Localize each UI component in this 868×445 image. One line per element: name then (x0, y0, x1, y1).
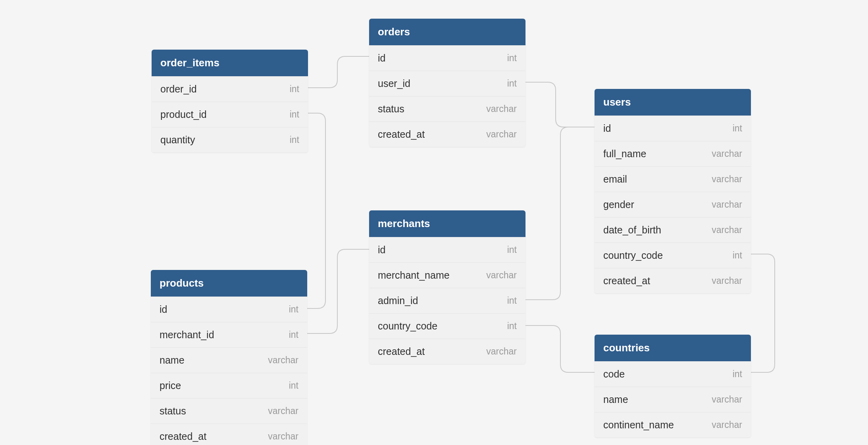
table-products[interactable]: products id int merchant_id int name var… (151, 270, 307, 445)
table-orders[interactable]: orders id int user_id int status varchar… (369, 19, 525, 147)
column-type: varchar (268, 406, 298, 416)
column-name: id (603, 123, 611, 134)
column-name: name (160, 354, 185, 366)
column-name: continent_name (603, 419, 674, 431)
column-row[interactable]: merchant_name varchar (369, 262, 525, 288)
column-name: id (160, 304, 167, 315)
column-row[interactable]: status varchar (369, 96, 525, 121)
column-type: int (507, 78, 517, 89)
column-row[interactable]: user_id int (369, 71, 525, 96)
column-name: quantity (160, 134, 195, 146)
column-row[interactable]: price int (151, 373, 307, 398)
column-row[interactable]: admin_id int (369, 288, 525, 313)
table-header[interactable]: products (151, 270, 307, 297)
column-row[interactable]: id int (595, 116, 751, 141)
column-name: created_at (378, 129, 425, 140)
column-name: id (378, 244, 385, 256)
column-name: gender (603, 199, 634, 210)
column-name: email (603, 173, 627, 185)
column-type: varchar (712, 420, 742, 430)
column-name: user_id (378, 78, 410, 89)
column-name: price (160, 380, 181, 391)
column-type: varchar (486, 104, 517, 114)
column-row[interactable]: full_name varchar (595, 141, 751, 166)
column-row[interactable]: status varchar (151, 398, 307, 424)
table-header[interactable]: countries (595, 335, 751, 361)
column-row[interactable]: id int (369, 237, 525, 262)
column-type: varchar (268, 431, 298, 442)
column-name: created_at (160, 431, 206, 442)
column-type: int (507, 245, 517, 255)
column-row[interactable]: order_id int (152, 76, 308, 102)
column-type: varchar (712, 174, 742, 185)
column-name: country_code (378, 320, 437, 332)
column-row[interactable]: id int (369, 45, 525, 71)
table-merchants[interactable]: merchants id int merchant_name varchar a… (369, 210, 525, 364)
column-row[interactable]: date_of_birth varchar (595, 217, 751, 243)
column-name: date_of_birth (603, 224, 661, 236)
column-type: int (289, 329, 298, 340)
column-name: status (378, 103, 404, 115)
column-type: int (289, 304, 298, 315)
table-header[interactable]: merchants (369, 210, 525, 237)
column-type: int (507, 295, 517, 306)
column-row[interactable]: created_at varchar (595, 268, 751, 293)
column-name: code (603, 368, 625, 380)
column-name: id (378, 52, 385, 64)
column-row[interactable]: created_at varchar (369, 339, 525, 364)
column-name: admin_id (378, 295, 418, 306)
column-type: varchar (486, 346, 517, 357)
column-type: int (507, 53, 517, 64)
column-row[interactable]: continent_name varchar (595, 412, 751, 437)
column-type: int (290, 135, 299, 145)
column-name: country_code (603, 250, 663, 261)
column-row[interactable]: email varchar (595, 166, 751, 192)
column-name: name (603, 394, 628, 405)
column-name: created_at (378, 346, 425, 357)
column-row[interactable]: gender varchar (595, 192, 751, 217)
erd-canvas[interactable]: order_items order_id int product_id int … (0, 0, 868, 445)
column-name: order_id (160, 83, 197, 95)
table-users[interactable]: users id int full_name varchar email var… (595, 89, 751, 293)
column-row[interactable]: country_code int (595, 243, 751, 268)
table-header[interactable]: order_items (152, 50, 308, 76)
column-type: int (289, 380, 298, 391)
table-header[interactable]: orders (369, 19, 525, 45)
column-type: int (507, 321, 517, 331)
table-countries[interactable]: countries code int name varchar continen… (595, 335, 751, 437)
column-type: varchar (268, 355, 298, 366)
column-type: varchar (712, 148, 742, 159)
column-row[interactable]: id int (151, 297, 307, 322)
table-order-items[interactable]: order_items order_id int product_id int … (152, 50, 308, 152)
column-type: varchar (712, 394, 742, 405)
column-type: int (290, 109, 299, 120)
column-name: merchant_name (378, 270, 450, 281)
column-type: varchar (712, 225, 742, 235)
column-type: int (733, 123, 742, 134)
column-type: int (290, 84, 299, 94)
column-row[interactable]: product_id int (152, 102, 308, 127)
column-row[interactable]: created_at varchar (151, 424, 307, 445)
column-name: merchant_id (160, 329, 214, 341)
column-name: status (160, 405, 186, 417)
column-row[interactable]: name varchar (595, 387, 751, 412)
column-row[interactable]: country_code int (369, 313, 525, 339)
column-type: int (733, 250, 742, 261)
column-type: varchar (486, 270, 517, 281)
column-row[interactable]: code int (595, 361, 751, 387)
column-name: created_at (603, 275, 650, 287)
column-type: int (733, 369, 742, 380)
column-row[interactable]: created_at varchar (369, 121, 525, 147)
column-type: varchar (712, 199, 742, 210)
table-header[interactable]: users (595, 89, 751, 116)
column-type: varchar (712, 275, 742, 286)
column-type: varchar (486, 129, 517, 140)
column-row[interactable]: merchant_id int (151, 322, 307, 347)
column-name: full_name (603, 148, 646, 160)
column-row[interactable]: name varchar (151, 347, 307, 373)
column-row[interactable]: quantity int (152, 127, 308, 152)
column-name: product_id (160, 109, 207, 120)
